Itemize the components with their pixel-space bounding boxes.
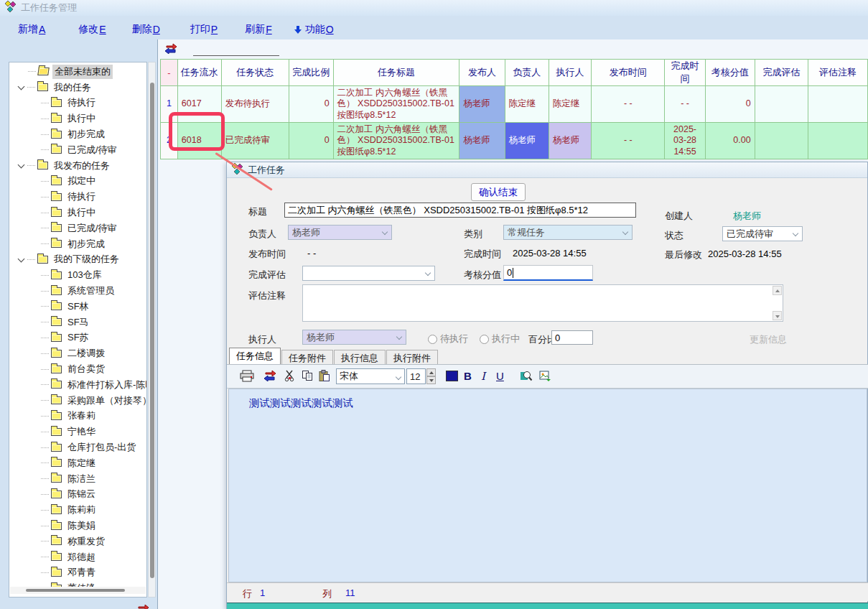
print-button[interactable]: 打印P (190, 23, 218, 36)
tree-vertical-scrollbar[interactable] (148, 62, 156, 598)
grid-column-header[interactable]: 评估注释 (808, 60, 868, 86)
radio-pending[interactable]: 待执行 (428, 333, 468, 345)
table-cell[interactable]: 2025-03-28 14:55 (665, 123, 706, 159)
eval-select[interactable] (302, 266, 435, 281)
tree-item[interactable]: 待执行 (9, 189, 147, 205)
table-cell[interactable]: 发布待执行 (221, 86, 289, 123)
tree-item[interactable]: 陈美娟 (9, 518, 147, 534)
add-button[interactable]: 新增A (18, 23, 45, 36)
grid-column-header[interactable]: 考核分值 (705, 60, 755, 86)
tree-item[interactable]: SF苏 (9, 330, 147, 346)
edit-button[interactable]: 修改E (78, 23, 106, 36)
table-cell[interactable]: 杨老师 (459, 123, 505, 159)
size-decrease-icon[interactable] (426, 376, 436, 384)
table-row[interactable]: 16017发布待执行0二次加工 内六角螺丝（铁黑色） XSDD250315002… (161, 86, 868, 123)
confirm-finish-button[interactable]: 确认结束 (471, 183, 526, 201)
tree-item[interactable]: 陈定继 (9, 455, 147, 471)
tree-item[interactable]: 二楼调拨 (9, 345, 147, 361)
table-row[interactable]: 26018已完成待审0二次加工 内六角螺丝（铁黑色） XSDD250315002… (161, 123, 868, 159)
percent-input[interactable]: 0 (551, 330, 593, 345)
grid-column-header[interactable]: 完成比例 (289, 60, 333, 86)
table-cell[interactable]: 0 (705, 86, 755, 123)
tree-item[interactable]: 采购跟单（对接琴） (9, 393, 147, 409)
grid-column-header[interactable]: 负责人 (505, 60, 549, 86)
tree-expand-icon[interactable] (17, 258, 27, 261)
tree-item[interactable]: 前台卖货 (9, 361, 147, 377)
tree-item[interactable]: 系统管理员 (9, 283, 147, 299)
table-cell[interactable]: 陈定继 (505, 86, 549, 123)
tree-item[interactable]: 执行中 (9, 111, 147, 126)
paste-icon[interactable] (319, 370, 330, 382)
grid-column-header[interactable]: 执行人 (549, 60, 592, 86)
tree-item[interactable]: 张春莉 (9, 409, 147, 424)
grid-column-header[interactable]: - (161, 60, 178, 86)
insert-image-icon[interactable] (538, 370, 551, 382)
italic-button[interactable]: I (481, 370, 485, 383)
tree-item[interactable]: 初步完成 (9, 126, 147, 142)
table-cell[interactable]: 杨老师 (505, 123, 549, 159)
status-select[interactable]: 已完成待审 (722, 226, 803, 241)
refresh-button[interactable]: 刷新F (245, 23, 272, 36)
tree-item[interactable]: 仓库打包员-出货 (9, 440, 147, 455)
delete-button[interactable]: 删除D (132, 23, 160, 36)
table-cell[interactable] (808, 123, 868, 159)
grid-column-header[interactable]: 发布人 (459, 60, 505, 86)
tree-item[interactable]: 初步完成 (9, 236, 147, 252)
score-input[interactable]: 0 (503, 265, 593, 281)
grid-column-header[interactable]: 完成评估 (755, 60, 808, 86)
bold-button[interactable]: B (464, 370, 472, 382)
table-cell[interactable] (808, 86, 868, 123)
tree-item[interactable]: 已完成/待审 (9, 220, 147, 236)
tree-item[interactable]: 全部未结束的 (9, 64, 147, 80)
functions-button[interactable]: 功能O (294, 23, 334, 36)
tree-horizontal-scrollbar[interactable] (10, 587, 146, 594)
grid-column-header[interactable]: 任务流水 (177, 60, 221, 86)
radio-running[interactable]: 执行中 (480, 333, 520, 345)
table-cell[interactable]: - - (592, 123, 665, 159)
table-cell[interactable]: 二次加工 内六角螺丝（铁黑色） XSDD250315002.TB-01 按图纸φ… (333, 123, 459, 159)
table-cell[interactable] (755, 123, 808, 159)
find-icon[interactable] (520, 370, 533, 382)
tree-expand-icon[interactable] (17, 164, 27, 167)
owner-select[interactable]: 杨老师 (288, 225, 392, 240)
table-cell[interactable]: 0 (289, 86, 333, 123)
tree-item[interactable]: 陈锦云 (9, 487, 147, 503)
tab-2[interactable]: 任务附件 (281, 350, 333, 364)
size-increase-icon[interactable] (426, 368, 436, 376)
font-size-input[interactable]: 12 (406, 368, 426, 384)
tree-item[interactable]: SF马 (9, 315, 147, 330)
swap-arrows-icon[interactable] (164, 43, 178, 57)
cut-icon[interactable] (284, 370, 295, 382)
tree-item[interactable]: 我的任务 (9, 80, 147, 96)
tree-item[interactable]: 郑德超 (9, 549, 147, 565)
scroll-up-icon[interactable] (773, 286, 782, 295)
print-icon[interactable] (240, 370, 254, 382)
tree-item[interactable]: 称重发货 (9, 534, 147, 549)
table-cell[interactable]: - - (592, 86, 665, 123)
note-textarea[interactable] (302, 284, 783, 322)
tree-item[interactable]: 已完成/待审 (9, 142, 147, 158)
title-input[interactable]: 二次加工 内六角螺丝（铁黑色） XSDD250315002.TB-01 按图纸φ… (284, 203, 636, 218)
tree-expand-icon[interactable] (17, 85, 27, 89)
table-cell[interactable]: 杨老师 (549, 123, 592, 159)
swap-arrows-icon[interactable] (263, 370, 277, 381)
table-cell[interactable]: - - (665, 86, 706, 123)
grid-column-header[interactable]: 发布时间 (592, 60, 665, 86)
tree-item[interactable]: 待执行 (9, 96, 147, 111)
tree-item[interactable]: SF林 (9, 299, 147, 315)
tree-item[interactable]: 我发布的任务 (9, 158, 147, 174)
tab-3[interactable]: 执行信息 (334, 350, 386, 364)
table-cell[interactable]: 0.00 (705, 123, 755, 159)
table-cell[interactable]: 杨老师 (459, 86, 505, 123)
filter-underline[interactable] (193, 55, 279, 56)
tree-item[interactable]: 我的下级的任务 (9, 252, 147, 268)
update-info-link[interactable]: 更新信息 (750, 333, 787, 346)
tree-item[interactable]: 陈洁兰 (9, 471, 147, 487)
tree-item[interactable]: 执行中 (9, 205, 147, 220)
font-select[interactable]: 宋体 (336, 368, 405, 384)
dialog-titlebar[interactable]: 工作任务 (227, 162, 867, 178)
tree-item[interactable]: 陈莉莉 (9, 502, 147, 518)
table-cell[interactable]: 二次加工 内六角螺丝（铁黑色） XSDD250315002.TB-01 按图纸φ… (333, 86, 459, 123)
tree-item[interactable]: 标准件打标入库-陈旺勇 (9, 377, 147, 393)
table-cell[interactable]: 0 (289, 123, 333, 159)
